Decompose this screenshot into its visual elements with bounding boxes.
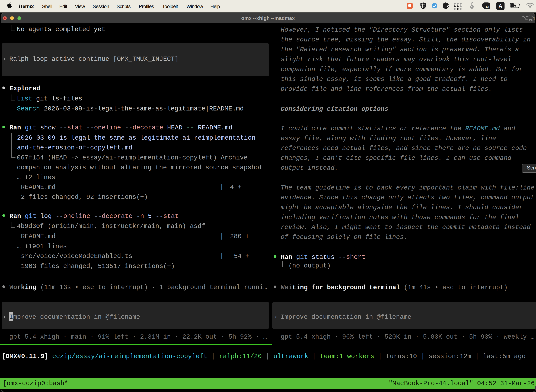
svg-text:1: 1 (533, 16, 535, 21)
